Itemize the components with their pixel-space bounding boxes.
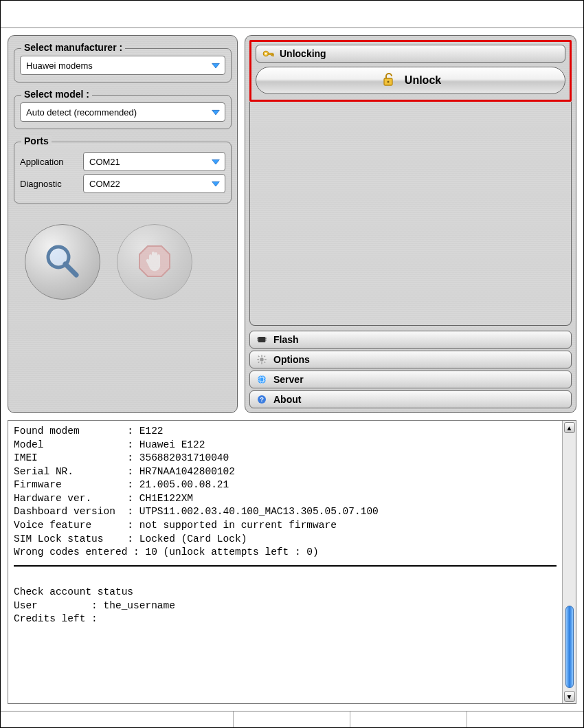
manufacturer-title: Select manufacturer : — [21, 42, 125, 53]
svg-point-25 — [258, 375, 266, 384]
model-group: Select model : Auto detect (recommended) — [14, 95, 232, 129]
dropdown-arrow-icon — [210, 106, 222, 118]
left-panel: Select manufacturer : Huawei modems Sele… — [8, 35, 238, 413]
diagnostic-port-value: COM22 — [89, 179, 210, 189]
status-cell-4 — [467, 712, 583, 727]
svg-rect-21 — [258, 355, 259, 357]
diagnostic-port-dropdown[interactable]: COM22 — [83, 174, 225, 193]
model-value: Auto detect (recommended) — [26, 107, 210, 118]
application-label: Application — [20, 157, 83, 167]
svg-rect-19 — [257, 359, 259, 360]
ports-title: Ports — [21, 135, 52, 146]
manufacturer-value: Huawei modems — [26, 60, 210, 71]
unlock-button[interactable]: Unlock — [256, 67, 565, 94]
log-scrollbar[interactable]: ▲ ▼ — [562, 421, 576, 703]
stop-button — [117, 224, 192, 300]
stop-hand-icon — [135, 242, 174, 283]
svg-text:?: ? — [260, 396, 264, 403]
svg-point-16 — [260, 357, 263, 361]
dropdown-arrow-icon — [210, 177, 222, 190]
svg-rect-22 — [264, 362, 265, 363]
svg-point-5 — [265, 53, 267, 55]
about-header[interactable]: ? About — [249, 390, 572, 408]
key-icon — [262, 47, 274, 60]
svg-point-10 — [387, 81, 389, 83]
status-cell-1 — [1, 712, 233, 727]
chip-icon — [256, 333, 268, 346]
dropdown-arrow-icon — [210, 59, 222, 71]
svg-rect-15 — [265, 340, 266, 340]
gear-icon — [256, 353, 268, 366]
application-port-dropdown[interactable]: COM21 — [83, 152, 225, 171]
search-button[interactable] — [25, 224, 100, 300]
unlocking-highlight: Unlocking Unlock — [249, 40, 572, 102]
action-buttons-row — [14, 210, 232, 307]
dropdown-arrow-icon — [210, 155, 222, 168]
status-cell-3 — [350, 712, 467, 727]
svg-rect-14 — [265, 338, 266, 338]
unlocking-content — [249, 102, 572, 326]
unlock-button-label: Unlock — [405, 74, 441, 87]
svg-rect-18 — [261, 362, 262, 364]
model-title: Select model : — [21, 89, 92, 100]
unlocking-header[interactable]: Unlocking — [256, 45, 565, 63]
svg-rect-17 — [261, 355, 262, 357]
svg-rect-8 — [273, 54, 274, 56]
scroll-up-button[interactable]: ▲ — [564, 422, 575, 433]
flash-header[interactable]: Flash — [249, 331, 572, 349]
globe-icon — [256, 373, 268, 386]
svg-line-2 — [65, 264, 76, 275]
server-header[interactable]: Server — [249, 371, 572, 388]
ports-diagnostic-row: Diagnostic COM22 — [20, 174, 225, 193]
manufacturer-dropdown[interactable]: Huawei modems — [20, 56, 225, 75]
ports-group: Ports Application COM21 Diagnostic — [14, 142, 232, 203]
help-icon: ? — [256, 393, 268, 406]
svg-rect-24 — [258, 362, 259, 363]
svg-rect-11 — [258, 337, 266, 342]
svg-rect-12 — [257, 338, 258, 338]
svg-rect-7 — [271, 54, 273, 56]
log-text[interactable]: Found modem : E122 Model : Huawei E122 I… — [8, 421, 562, 703]
magnifier-icon — [42, 241, 83, 284]
log-panel: Found modem : E122 Model : Huawei E122 I… — [8, 420, 576, 704]
server-label: Server — [273, 374, 304, 385]
about-label: About — [273, 394, 301, 405]
model-dropdown[interactable]: Auto detect (recommended) — [20, 102, 225, 122]
application-port-value: COM21 — [89, 157, 210, 167]
svg-rect-23 — [264, 355, 265, 357]
upper-panels: Select manufacturer : Huawei modems Sele… — [8, 35, 576, 413]
unlocking-header-label: Unlocking — [280, 48, 326, 59]
unlock-padlock-icon — [380, 71, 396, 90]
options-header[interactable]: Options — [249, 351, 572, 368]
ports-application-row: Application COM21 — [20, 152, 225, 171]
flash-label: Flash — [273, 334, 299, 345]
main-area: Select manufacturer : Huawei modems Sele… — [1, 28, 583, 711]
svg-rect-13 — [257, 340, 258, 340]
scroll-down-button[interactable]: ▼ — [564, 691, 575, 702]
diagnostic-label: Diagnostic — [20, 179, 83, 189]
titlebar-area — [1, 1, 583, 28]
options-label: Options — [273, 354, 310, 365]
app-window: Select manufacturer : Huawei modems Sele… — [0, 0, 584, 728]
scroll-track[interactable] — [565, 436, 574, 688]
right-panel: Unlocking Unlock — [245, 35, 576, 413]
status-cell-2 — [233, 712, 350, 727]
svg-rect-20 — [265, 359, 267, 360]
scroll-thumb[interactable] — [565, 606, 574, 688]
manufacturer-group: Select manufacturer : Huawei modems — [14, 48, 232, 82]
status-bar — [1, 711, 583, 727]
